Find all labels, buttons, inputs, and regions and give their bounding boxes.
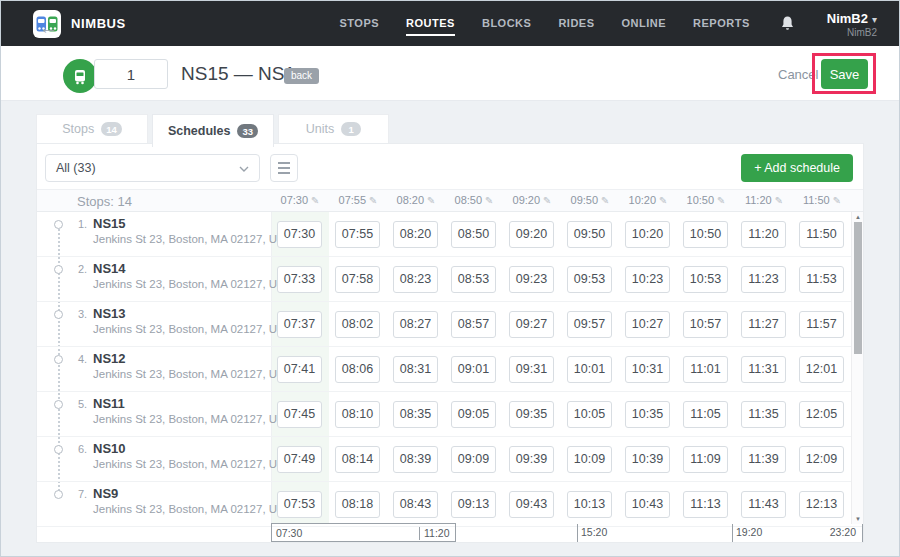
time-cell[interactable]: 09:35 [509,401,554,428]
time-cell[interactable]: 07:37 [277,311,322,338]
edit-pencil-icon[interactable]: ✎ [659,195,667,206]
time-cell[interactable]: 08:57 [451,311,496,338]
time-cell[interactable]: 09:27 [509,311,554,338]
time-cell[interactable]: 07:30 [277,221,322,248]
time-cell[interactable]: 09:39 [509,446,554,473]
time-cell[interactable]: 09:57 [567,311,612,338]
edit-pencil-icon[interactable]: ✎ [485,195,493,206]
time-cell[interactable]: 08:31 [393,356,438,383]
time-cell[interactable]: 10:43 [625,491,670,518]
tab-stops[interactable]: Stops14 [36,114,148,143]
edit-pencil-icon[interactable]: ✎ [717,195,725,206]
time-cell[interactable]: 11:13 [683,491,728,518]
time-cell[interactable]: 09:23 [509,266,554,293]
time-cell[interactable]: 07:53 [277,491,322,518]
time-cell[interactable]: 08:43 [393,491,438,518]
time-cell[interactable]: 11:20 [741,221,786,248]
nav-item-routes[interactable]: ROUTES [406,11,455,36]
time-cell[interactable]: 10:57 [683,311,728,338]
time-cell[interactable]: 09:50 [567,221,612,248]
nav-item-online[interactable]: ONLINE [622,11,667,36]
time-cell[interactable]: 08:18 [335,491,380,518]
time-cell[interactable]: 07:49 [277,446,322,473]
time-cell[interactable]: 07:58 [335,266,380,293]
time-cell[interactable]: 09:43 [509,491,554,518]
time-cell[interactable]: 10:23 [625,266,670,293]
time-cell[interactable]: 09:20 [509,221,554,248]
edit-pencil-icon[interactable]: ✎ [427,195,435,206]
time-cell[interactable]: 12:01 [799,356,844,383]
time-cell[interactable]: 07:45 [277,401,322,428]
time-cell[interactable]: 09:53 [567,266,612,293]
time-cell[interactable]: 10:35 [625,401,670,428]
time-cell[interactable]: 09:13 [451,491,496,518]
user-menu[interactable]: NimB2▾ NimB2 [827,9,877,39]
stop-marker-icon[interactable] [54,445,63,454]
scroll-up-arrow-icon[interactable]: ▲ [852,212,864,222]
edit-pencil-icon[interactable]: ✎ [775,195,783,206]
time-cell[interactable]: 10:27 [625,311,670,338]
time-cell[interactable]: 10:13 [567,491,612,518]
stop-marker-icon[interactable] [54,355,63,364]
time-cell[interactable]: 11:01 [683,356,728,383]
time-cell[interactable]: 09:05 [451,401,496,428]
route-number-input[interactable] [94,59,168,89]
time-cell[interactable]: 09:31 [509,356,554,383]
time-cell[interactable]: 07:33 [277,266,322,293]
time-cell[interactable]: 08:10 [335,401,380,428]
timeline-viewport-window[interactable]: 07:30 11:20 [271,523,456,542]
time-cell[interactable]: 10:05 [567,401,612,428]
time-cell[interactable]: 11:23 [741,266,786,293]
edit-pencil-icon[interactable]: ✎ [833,195,841,206]
scrollbar-thumb[interactable] [854,222,862,354]
time-cell[interactable]: 08:27 [393,311,438,338]
time-cell[interactable]: 08:23 [393,266,438,293]
time-cell[interactable]: 10:01 [567,356,612,383]
time-cell[interactable]: 10:09 [567,446,612,473]
time-cell[interactable]: 11:50 [799,221,844,248]
time-cell[interactable]: 08:35 [393,401,438,428]
time-cell[interactable]: 11:31 [741,356,786,383]
stop-marker-icon[interactable] [54,490,63,499]
time-cell[interactable]: 08:02 [335,311,380,338]
time-cell[interactable]: 10:31 [625,356,670,383]
cancel-button[interactable]: Cancel [778,67,818,82]
edit-pencil-icon[interactable]: ✎ [311,195,319,206]
nav-item-reports[interactable]: REPORTS [693,11,750,36]
time-cell[interactable]: 08:06 [335,356,380,383]
time-cell[interactable]: 07:41 [277,356,322,383]
edit-pencil-icon[interactable]: ✎ [601,195,609,206]
time-cell[interactable]: 12:13 [799,491,844,518]
time-cell[interactable]: 08:20 [393,221,438,248]
add-schedule-button[interactable]: + Add schedule [741,154,853,182]
time-cell[interactable]: 08:39 [393,446,438,473]
edit-pencil-icon[interactable]: ✎ [543,195,551,206]
time-cell[interactable]: 10:53 [683,266,728,293]
time-cell[interactable]: 11:05 [683,401,728,428]
save-button[interactable]: Save [821,59,868,89]
time-cell[interactable]: 11:27 [741,311,786,338]
time-cell[interactable]: 10:39 [625,446,670,473]
time-cell[interactable]: 11:53 [799,266,844,293]
time-cell[interactable]: 11:39 [741,446,786,473]
stop-marker-icon[interactable] [54,310,63,319]
time-cell[interactable]: 10:50 [683,221,728,248]
nav-item-stops[interactable]: STOPS [340,11,380,36]
schedule-filter-select[interactable]: All (33) [45,154,260,182]
time-cell[interactable]: 09:01 [451,356,496,383]
time-cell[interactable]: 09:09 [451,446,496,473]
notifications-bell-icon[interactable] [780,15,795,32]
edit-pencil-icon[interactable]: ✎ [369,195,377,206]
time-cell[interactable]: 11:43 [741,491,786,518]
tab-schedules[interactable]: Schedules33 [152,114,274,147]
list-view-button[interactable] [270,154,298,182]
time-cell[interactable]: 08:50 [451,221,496,248]
back-arrow-icon[interactable]: ← [39,17,58,39]
stop-marker-icon[interactable] [54,220,63,229]
time-cell[interactable]: 12:09 [799,446,844,473]
time-cell[interactable]: 11:09 [683,446,728,473]
time-cell[interactable]: 08:14 [335,446,380,473]
time-cell[interactable]: 11:57 [799,311,844,338]
nav-item-blocks[interactable]: BLOCKS [482,11,531,36]
stop-marker-icon[interactable] [54,265,63,274]
